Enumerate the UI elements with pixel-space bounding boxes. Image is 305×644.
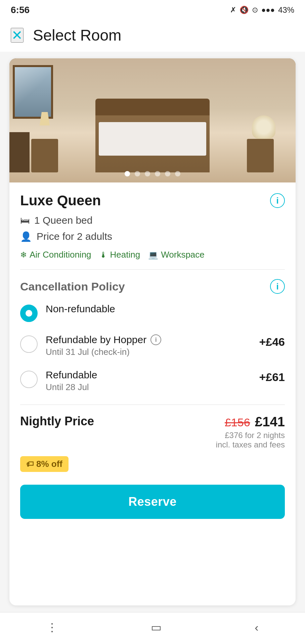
room-carousel[interactable] [9,58,296,182]
ac-icon: ❄ [20,250,27,260]
price-header: Nightly Price £156 £141 £376 for 2 night… [20,414,285,449]
hopper-price: +£46 [259,335,285,348]
lamp-decoration [36,112,53,139]
refundable-sublabel: Until 28 Jul [46,382,251,392]
bed-type-item: 🛏 1 Queen bed [20,215,285,226]
wifi-icon: ⊙ [252,6,258,14]
workspace-icon: 💻 [148,250,158,260]
radio-non-refundable[interactable] [20,305,38,322]
radio-content-hopper: Refundable by Hopper i Until 31 Jul (che… [46,334,251,357]
cancellation-header: Cancellation Policy i [20,279,285,294]
dot-4[interactable] [155,171,160,176]
bed-type-label: 1 Queen bed [34,215,92,226]
hopper-label: Refundable by Hopper i [46,334,251,345]
dot-5[interactable] [165,171,170,176]
cancellation-info-icon[interactable]: i [270,279,285,294]
room-meta: 🛏 1 Queen bed 👤 Price for 2 adults [20,215,285,242]
heating-label: Heating [110,250,140,260]
back-icon[interactable]: ‹ [255,621,258,634]
radio-inner [26,310,32,317]
price-values: £156 £141 £376 for 2 nights incl. taxes … [216,414,285,449]
bottom-nav: ⋮ ▭ ‹ [0,612,305,644]
price-total: £376 for 2 nights incl. taxes and fees [216,431,285,449]
option-refundable[interactable]: Refundable Until 28 Jul +£61 [20,369,285,392]
reserve-button[interactable]: Reserve [20,485,285,519]
nightstand-right-decoration [247,139,274,172]
amenity-workspace: 💻 Workspace [148,250,205,260]
nightstand-left-decoration [31,139,58,172]
status-time: 6:56 [11,5,30,15]
discount-badge: 🏷 8% off [20,456,69,472]
option-non-refundable[interactable]: Non-refundable [20,303,285,322]
battery-level: 43% [278,5,294,15]
amenities-list: ❄ Air Conditioning 🌡 Heating 💻 Workspace [20,250,285,260]
ac-label: Air Conditioning [30,250,91,260]
room-image [9,58,296,182]
radio-refundable-hopper[interactable] [20,335,38,353]
room-info: Luxe Queen i 🛏 1 Queen bed 👤 Price for 2… [9,182,296,260]
bed-icon: 🛏 [20,215,30,226]
menu-icon[interactable]: ⋮ [46,621,58,634]
current-price: £141 [255,414,285,429]
radio-content-non-refundable: Non-refundable [46,303,285,315]
cancellation-section: Cancellation Policy i Non-refundable Ref… [9,270,296,392]
signal-icon: ●●● [261,6,275,14]
guest-count-item: 👤 Price for 2 adults [20,231,285,242]
room-name-row: Luxe Queen i [20,193,285,209]
original-price: £156 [225,416,250,429]
status-icons: ✗ 🔇 ⊙ ●●● 43% [230,5,294,15]
carousel-dots [125,171,180,176]
hopper-sublabel: Until 31 Jul (check-in) [46,347,251,357]
desk-decoration [9,132,30,172]
dot-1[interactable] [125,171,130,176]
radio-content-refundable: Refundable Until 28 Jul [46,369,251,392]
discount-label: 8% off [36,459,62,469]
price-label: Nightly Price [20,414,94,428]
amenity-heating: 🌡 Heating [99,250,140,260]
window-decoration [13,65,53,119]
workspace-label: Workspace [161,250,205,260]
dot-2[interactable] [135,171,140,176]
refundable-label: Refundable [46,369,251,381]
mute-icon: 🔇 [239,6,249,14]
flowers-decoration [252,115,275,139]
hopper-info-icon[interactable]: i [150,334,161,345]
total-amount: £376 for 2 nights [225,431,285,440]
status-bar: 6:56 ✗ 🔇 ⊙ ●●● 43% [0,0,305,19]
amenity-ac: ❄ Air Conditioning [20,250,91,260]
room-name: Luxe Queen [20,193,101,209]
radio-refundable[interactable] [20,371,38,388]
bluetooth-icon: ✗ [230,6,236,14]
page-title: Select Room [33,26,121,44]
bed-decoration [95,112,210,172]
non-refundable-label: Non-refundable [46,303,285,315]
total-sub: incl. taxes and fees [216,440,285,449]
tag-icon: 🏷 [26,460,34,469]
option-refundable-hopper[interactable]: Refundable by Hopper i Until 31 Jul (che… [20,334,285,357]
room-scene [9,58,296,182]
room-info-icon[interactable]: i [270,193,285,208]
price-section: Nightly Price £156 £141 £376 for 2 night… [9,405,296,481]
cancellation-title: Cancellation Policy [20,280,125,293]
heating-icon: 🌡 [99,250,107,260]
person-icon: 👤 [20,231,32,242]
guest-count-label: Price for 2 adults [37,231,112,242]
refundable-price: +£61 [259,371,285,384]
header: ✕ Select Room [0,19,305,52]
dot-6[interactable] [175,171,180,176]
dot-3[interactable] [145,171,150,176]
close-button[interactable]: ✕ [11,28,24,43]
room-card: Luxe Queen i 🛏 1 Queen bed 👤 Price for 2… [9,58,296,605]
home-icon[interactable]: ▭ [151,621,162,634]
